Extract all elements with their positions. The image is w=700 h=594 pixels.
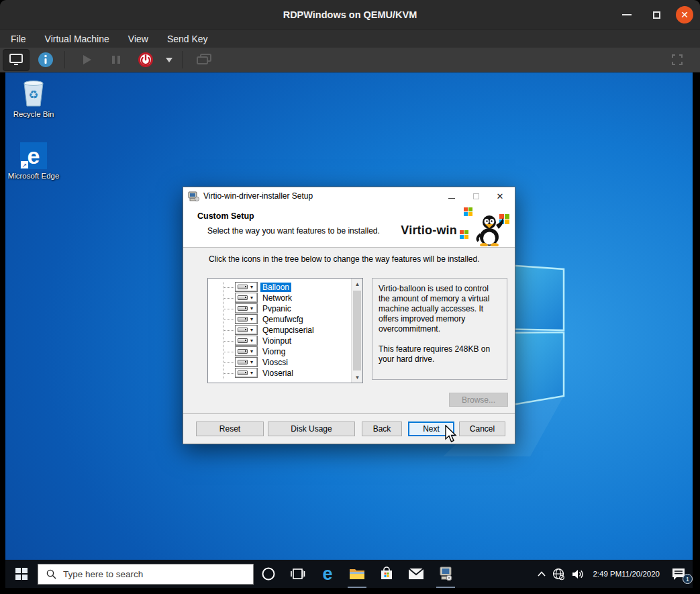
menu-item-file[interactable]: File [11,34,26,44]
feature-install-state-button[interactable]: ▾ [235,293,258,303]
close-button[interactable]: ✕ [676,6,693,23]
clock[interactable]: 2:49 PM 11/20/2020 [588,560,664,588]
feature-install-state-button[interactable]: ▾ [235,282,258,292]
feature-row-vioscsi[interactable]: ▾Vioscsi [208,357,351,368]
toolbar [0,48,700,72]
feature-label[interactable]: Vioscsi [260,358,290,367]
feature-install-state-button[interactable]: ▾ [235,314,258,324]
feature-description-text: Virtio-balloon is used to control the am… [379,284,501,334]
dialog-title: Virtio-win-driver-installer Setup [203,191,313,201]
feature-install-state-button[interactable]: ▾ [235,357,258,367]
clock-date: 11/20/2020 [621,570,660,579]
feature-label[interactable]: Balloon [260,283,291,292]
taskbar-search[interactable] [38,564,254,585]
harddrive-icon [238,295,248,300]
volume-button[interactable] [568,560,588,588]
menu-item-send-key[interactable]: Send Key [167,34,208,44]
tree-connector-line [223,298,235,299]
feature-row-qemufwcfg[interactable]: ▾Qemufwcfg [208,314,351,325]
chevron-down-icon [166,58,172,62]
installer-app-icon [438,566,454,581]
file-explorer-button[interactable] [342,560,372,588]
feature-label[interactable]: Vioinput [260,336,293,346]
installer-taskbar-button[interactable] [431,560,460,588]
tree-scrollbar[interactable]: ▲ ▼ [351,279,362,383]
dropdown-caret-icon: ▾ [250,360,253,365]
task-view-button[interactable] [283,560,313,588]
cortana-icon [261,566,276,581]
vm-details-button[interactable] [32,49,59,71]
feature-label[interactable]: Network [260,293,294,303]
scroll-up-icon[interactable]: ▲ [352,279,363,289]
feature-tree[interactable]: ▾Balloon▾Network▾Pvpanic▾Qemufwcfg▾Qemup… [207,278,363,383]
edge-taskbar-button[interactable]: e [313,560,342,588]
harddrive-icon [238,317,248,321]
feature-label[interactable]: Vioserial [260,368,295,378]
console-view-button[interactable] [3,49,30,71]
network-status-button[interactable] [549,560,568,588]
feature-label[interactable]: Pvpanic [260,304,293,313]
feature-row-vioinput[interactable]: ▾Vioinput [208,336,351,346]
feature-row-viorng[interactable]: ▾Viorng [208,346,351,357]
windows-start-icon [15,568,28,580]
feature-size-text: This feature requires 248KB on your hard… [379,344,501,364]
mail-button[interactable] [401,560,431,588]
fullscreen-icon [671,54,683,66]
feature-row-pvpanic[interactable]: ▾Pvpanic [208,303,351,314]
minimize-icon [622,14,632,15]
shutdown-menu-button[interactable] [162,49,177,71]
dialog-titlebar[interactable]: Virtio-win-driver-installer Setup ✕ [183,187,515,205]
harddrive-icon [238,370,248,375]
browse-button[interactable]: Browse... [449,393,508,407]
fullscreen-button[interactable] [664,49,691,71]
menu-item-view[interactable]: View [128,34,148,44]
scrollbar-thumb[interactable] [353,291,361,370]
mouse-cursor [444,425,458,444]
desktop-icon-microsoft-edge[interactable]: e ↗ Microsoft Edge [7,138,60,181]
disk-usage-button[interactable]: Disk Usage [268,422,355,436]
feature-label[interactable]: Viorng [260,347,287,356]
tray-expand-button[interactable] [534,560,549,588]
window-controls: ✕ [617,0,693,30]
dialog-minimize-button[interactable] [440,187,464,205]
feature-label[interactable]: Qemufwcfg [260,315,305,324]
search-input[interactable] [63,569,224,579]
feature-row-balloon[interactable]: ▾Balloon [208,282,351,293]
minimize-button[interactable] [617,5,637,25]
recycle-bin-icon: ♻ [7,77,60,107]
feature-label[interactable]: Qemupciserial [260,326,316,335]
maximize-button[interactable] [646,5,666,25]
feature-row-vioserial[interactable]: ▾Vioserial [208,368,351,379]
titlebar[interactable]: RDPWindows on QEMU/KVM ✕ [0,0,700,30]
open-app-indicator [348,587,366,588]
reset-button[interactable]: Reset [196,422,264,436]
pause-button[interactable] [103,49,130,71]
shutdown-button[interactable] [132,49,159,71]
dialog-close-button[interactable]: ✕ [488,187,512,205]
installer-dialog: Virtio-win-driver-installer Setup ✕ Cust… [183,187,515,444]
feature-install-state-button[interactable]: ▾ [235,346,258,356]
virtual-displays-button[interactable] [191,49,217,71]
feature-install-state-button[interactable]: ▾ [235,368,258,378]
action-center-button[interactable]: 1 [664,560,693,588]
desktop-icon-label: Recycle Bin [7,110,60,119]
feature-install-state-button[interactable]: ▾ [235,303,258,313]
microsoft-store-button[interactable] [372,560,401,588]
run-button[interactable] [73,49,100,71]
start-button[interactable] [5,560,38,588]
system-tray: 2:49 PM 11/20/2020 1 [534,560,693,588]
cortana-button[interactable] [254,560,283,588]
feature-row-qemupciserial[interactable]: ▾Qemupciserial [208,325,351,336]
toolbar-separator [64,51,65,68]
cancel-button[interactable]: Cancel [459,422,505,436]
scroll-down-icon[interactable]: ▼ [352,372,363,383]
menu-item-virtual-machine[interactable]: Virtual Machine [45,34,109,44]
feature-install-state-button[interactable]: ▾ [235,336,258,346]
desktop-icon-recycle-bin[interactable]: ♻ Recycle Bin [7,77,60,119]
task-view-icon [291,567,305,581]
harddrive-icon [238,349,248,354]
feature-row-network[interactable]: ▾Network [208,293,351,303]
feature-install-state-button[interactable]: ▾ [235,325,258,335]
back-button[interactable]: Back [362,422,402,436]
dialog-maximize-button[interactable] [464,187,488,205]
